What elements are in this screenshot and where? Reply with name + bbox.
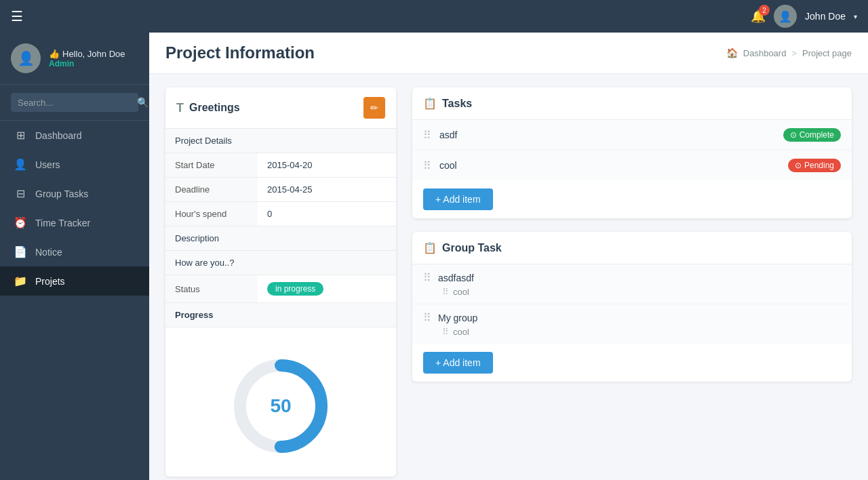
greetings-title: Greetings: [189, 102, 240, 114]
group-task-sub: ⠿ cool: [423, 327, 841, 337]
search-icon[interactable]: 🔍: [137, 97, 149, 108]
drag-handle-icon[interactable]: ⠿: [423, 271, 431, 284]
sidebar-item-label: Notice: [35, 247, 62, 258]
sidebar-item-label: Group Tasks: [35, 188, 88, 199]
profile-role: Admin: [49, 59, 125, 68]
group-task-sub-name: cool: [453, 287, 469, 297]
drag-handle-icon[interactable]: ⠿: [423, 311, 431, 324]
notification-badge: 2: [759, 5, 770, 16]
group-task-sub-name: cool: [453, 327, 469, 337]
table-row: Status in progress: [165, 275, 396, 303]
table-row: Hour's spend 0: [165, 202, 396, 226]
description-label: Description: [165, 226, 396, 251]
group-task-main: ⠿ My group: [423, 311, 841, 324]
sidebar-item-group-tasks[interactable]: ⊟ Group Tasks: [0, 179, 149, 208]
progress-value: 50: [270, 395, 291, 417]
group-task-name: asdfasdf: [438, 273, 474, 283]
drag-handle-icon[interactable]: ⠿: [423, 159, 431, 172]
sidebar-profile: 👤 👍 Hello, John Doe Admin: [0, 33, 149, 85]
progress-chart-container: 50: [165, 336, 396, 477]
navbar-left: ☰: [11, 8, 23, 24]
sidebar-search: 🔍: [0, 85, 149, 121]
sidebar-item-dashboard[interactable]: ⊞ Dashboard: [0, 121, 149, 150]
navbar-right: 🔔 2 👤 John Doe ▾: [751, 5, 857, 28]
search-input[interactable]: [18, 98, 132, 108]
sub-drag-icon: ⠿: [442, 327, 449, 337]
task-name: cool: [439, 160, 780, 171]
tasks-card-header: 📋 Tasks: [412, 87, 852, 120]
table-row: Start Date 2015-04-20: [165, 153, 396, 178]
group-task-item: ⠿ asdfasdf ⠿ cool: [412, 264, 852, 304]
status-badge: in progress: [267, 282, 323, 296]
user-dropdown-arrow[interactable]: ▾: [854, 13, 857, 20]
deadline-value: 2015-04-25: [258, 178, 396, 202]
task-status-badge: ⊙ Pending: [788, 159, 841, 172]
sidebar-item-label: Time Tracker: [35, 218, 90, 228]
task-name: asdf: [439, 129, 775, 140]
sidebar-item-label: Dashboard: [35, 130, 82, 141]
notification-bell[interactable]: 🔔 2: [751, 9, 766, 24]
greetings-card: T Greetings ✏ Project Details Start Date…: [165, 87, 396, 477]
sidebar-item-projets[interactable]: 📁 Projets: [0, 266, 149, 296]
breadcrumb-current: Project page: [802, 48, 852, 58]
task-item: ⠿ cool ⊙ Pending: [412, 151, 852, 180]
sidebar-item-users[interactable]: 👤 Users: [0, 150, 149, 179]
sidebar-nav: ⊞ Dashboard 👤 Users ⊟ Group Tasks ⏰ Time…: [0, 121, 149, 480]
tasks-add-item-button[interactable]: + Add item: [423, 188, 493, 210]
time-tracker-icon: ⏰: [14, 216, 27, 229]
group-task-card-header: 📋 Group Task: [412, 232, 852, 264]
greetings-card-header: T Greetings ✏: [165, 87, 396, 129]
start-date-value: 2015-04-20: [258, 153, 396, 178]
card-header-left: T Greetings: [176, 101, 240, 115]
search-wrapper: 🔍: [11, 93, 138, 112]
page-header: Project Information 🏠 Dashboard > Projec…: [149, 33, 868, 74]
hours-value: 0: [258, 202, 396, 226]
tasks-card: 📋 Tasks ⠿ asdf ⊙ Complete: [412, 87, 852, 218]
content-area: T Greetings ✏ Project Details Start Date…: [149, 74, 868, 480]
table-row: Description: [165, 226, 396, 251]
hours-label: Hour's spend: [165, 202, 258, 226]
donut-chart: 50: [226, 352, 335, 460]
hamburger-menu[interactable]: ☰: [11, 8, 23, 24]
task-status-badge: ⊙ Complete: [783, 128, 841, 142]
dashboard-icon: ⊞: [14, 129, 27, 142]
start-date-label: Start Date: [165, 153, 258, 178]
status-circle-icon: ⊙: [795, 161, 802, 170]
home-icon: 🏠: [726, 47, 738, 58]
greeting-icon: 👍: [49, 49, 60, 59]
group-task-name: My group: [438, 313, 477, 323]
top-navbar: ☰ 🔔 2 👤 John Doe ▾: [0, 0, 868, 33]
group-task-list: ⠿ asdfasdf ⠿ cool ⠿ My group: [412, 264, 852, 344]
drag-handle-icon[interactable]: ⠿: [423, 129, 431, 142]
table-row: Deadline 2015-04-25: [165, 178, 396, 202]
sidebar-item-time-tracker[interactable]: ⏰ Time Tracker: [0, 208, 149, 237]
group-task-sub: ⠿ cool: [423, 287, 841, 297]
sidebar: 👤 👍 Hello, John Doe Admin 🔍 ⊞ Dashboard: [0, 33, 149, 480]
profile-info: 👍 Hello, John Doe Admin: [49, 49, 125, 68]
edit-button[interactable]: ✏: [363, 97, 385, 119]
projets-icon: 📁: [14, 275, 27, 287]
task-item: ⠿ asdf ⊙ Complete: [412, 120, 852, 151]
description-value: How are you..?: [165, 251, 396, 275]
greeting-text: Hello, John Doe: [62, 49, 125, 59]
sidebar-item-label: Users: [35, 159, 60, 170]
breadcrumb-home[interactable]: Dashboard: [743, 48, 787, 58]
progress-label: Progress: [165, 303, 396, 327]
page-title: Project Information: [165, 43, 315, 62]
main-content: Project Information 🏠 Dashboard > Projec…: [149, 33, 868, 480]
tasks-icon: 📋: [423, 97, 437, 110]
deadline-label: Deadline: [165, 178, 258, 202]
status-circle-icon: ⊙: [790, 130, 797, 140]
project-details-label: Project Details: [165, 129, 396, 153]
user-name-label[interactable]: John Doe: [805, 11, 846, 22]
avatar[interactable]: 👤: [774, 5, 797, 28]
task-list: ⠿ asdf ⊙ Complete ⠿ cool ⊙: [412, 120, 852, 180]
group-task-add-item-button[interactable]: + Add item: [423, 352, 493, 374]
breadcrumb-separator: >: [791, 48, 797, 58]
sidebar-item-label: Projets: [35, 276, 65, 287]
group-tasks-icon: ⊟: [14, 187, 27, 200]
sidebar-item-notice[interactable]: 📄 Notice: [0, 237, 149, 266]
right-panel: 📋 Tasks ⠿ asdf ⊙ Complete: [412, 87, 852, 382]
table-row: How are you..?: [165, 251, 396, 275]
profile-greeting: 👍 Hello, John Doe: [49, 49, 125, 59]
